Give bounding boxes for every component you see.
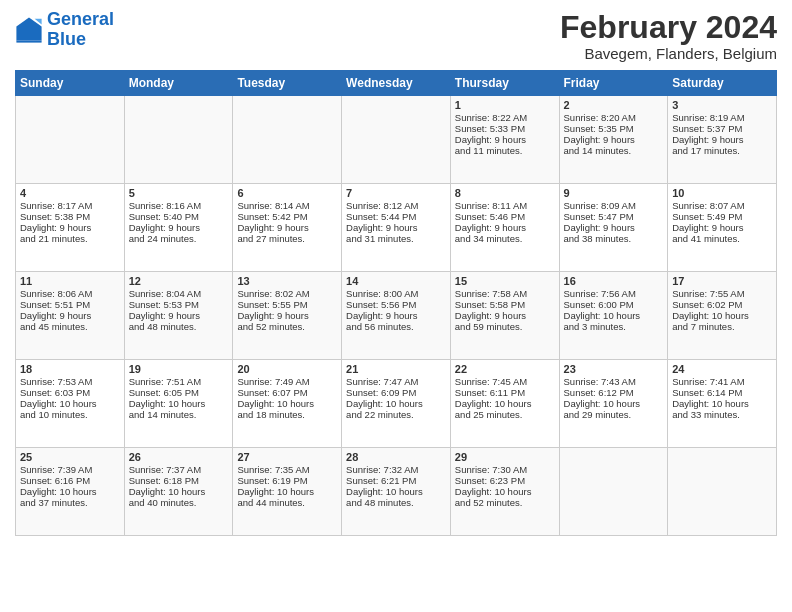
day-info: and 10 minutes. bbox=[20, 409, 120, 420]
day-info: Daylight: 9 hours bbox=[564, 222, 664, 233]
day-info: Daylight: 9 hours bbox=[672, 134, 772, 145]
day-info: Sunset: 6:00 PM bbox=[564, 299, 664, 310]
day-info: Sunrise: 7:47 AM bbox=[346, 376, 446, 387]
day-cell: 8Sunrise: 8:11 AMSunset: 5:46 PMDaylight… bbox=[450, 184, 559, 272]
day-cell: 27Sunrise: 7:35 AMSunset: 6:19 PMDayligh… bbox=[233, 448, 342, 536]
col-header-thursday: Thursday bbox=[450, 71, 559, 96]
day-info: Daylight: 10 hours bbox=[455, 398, 555, 409]
day-number: 25 bbox=[20, 451, 120, 463]
svg-rect-2 bbox=[16, 40, 41, 42]
day-info: and 27 minutes. bbox=[237, 233, 337, 244]
day-info: and 45 minutes. bbox=[20, 321, 120, 332]
day-info: Sunset: 5:55 PM bbox=[237, 299, 337, 310]
day-info: Sunrise: 8:02 AM bbox=[237, 288, 337, 299]
day-info: Sunrise: 8:19 AM bbox=[672, 112, 772, 123]
day-cell: 16Sunrise: 7:56 AMSunset: 6:00 PMDayligh… bbox=[559, 272, 668, 360]
day-info: and 17 minutes. bbox=[672, 145, 772, 156]
week-row-3: 11Sunrise: 8:06 AMSunset: 5:51 PMDayligh… bbox=[16, 272, 777, 360]
day-info: Sunrise: 8:22 AM bbox=[455, 112, 555, 123]
location: Bavegem, Flanders, Belgium bbox=[560, 45, 777, 62]
day-info: Sunrise: 8:04 AM bbox=[129, 288, 229, 299]
day-info: Sunrise: 8:09 AM bbox=[564, 200, 664, 211]
day-number: 1 bbox=[455, 99, 555, 111]
day-info: Daylight: 10 hours bbox=[564, 310, 664, 321]
day-info: Sunset: 6:21 PM bbox=[346, 475, 446, 486]
day-info: Sunset: 5:38 PM bbox=[20, 211, 120, 222]
day-number: 18 bbox=[20, 363, 120, 375]
day-info: and 21 minutes. bbox=[20, 233, 120, 244]
week-row-5: 25Sunrise: 7:39 AMSunset: 6:16 PMDayligh… bbox=[16, 448, 777, 536]
day-info: Sunset: 5:56 PM bbox=[346, 299, 446, 310]
day-info: and 40 minutes. bbox=[129, 497, 229, 508]
day-info: Sunset: 6:18 PM bbox=[129, 475, 229, 486]
col-header-sunday: Sunday bbox=[16, 71, 125, 96]
day-cell: 28Sunrise: 7:32 AMSunset: 6:21 PMDayligh… bbox=[342, 448, 451, 536]
day-info: and 11 minutes. bbox=[455, 145, 555, 156]
logo: General Blue bbox=[15, 10, 114, 50]
day-info: Sunset: 5:33 PM bbox=[455, 123, 555, 134]
day-number: 13 bbox=[237, 275, 337, 287]
day-info: and 34 minutes. bbox=[455, 233, 555, 244]
day-info: Sunrise: 7:32 AM bbox=[346, 464, 446, 475]
day-info: and 3 minutes. bbox=[564, 321, 664, 332]
day-number: 5 bbox=[129, 187, 229, 199]
day-info: Daylight: 9 hours bbox=[237, 222, 337, 233]
week-row-1: 1Sunrise: 8:22 AMSunset: 5:33 PMDaylight… bbox=[16, 96, 777, 184]
day-info: and 44 minutes. bbox=[237, 497, 337, 508]
day-number: 9 bbox=[564, 187, 664, 199]
title-area: February 2024 Bavegem, Flanders, Belgium bbox=[560, 10, 777, 62]
day-cell bbox=[16, 96, 125, 184]
day-info: Sunrise: 7:41 AM bbox=[672, 376, 772, 387]
day-info: Sunrise: 7:43 AM bbox=[564, 376, 664, 387]
day-number: 26 bbox=[129, 451, 229, 463]
day-info: Sunrise: 7:58 AM bbox=[455, 288, 555, 299]
day-cell: 7Sunrise: 8:12 AMSunset: 5:44 PMDaylight… bbox=[342, 184, 451, 272]
day-info: and 41 minutes. bbox=[672, 233, 772, 244]
day-info: Sunrise: 7:37 AM bbox=[129, 464, 229, 475]
day-number: 4 bbox=[20, 187, 120, 199]
day-cell: 14Sunrise: 8:00 AMSunset: 5:56 PMDayligh… bbox=[342, 272, 451, 360]
day-number: 12 bbox=[129, 275, 229, 287]
day-info: Daylight: 9 hours bbox=[455, 134, 555, 145]
day-cell: 5Sunrise: 8:16 AMSunset: 5:40 PMDaylight… bbox=[124, 184, 233, 272]
day-info: Daylight: 9 hours bbox=[672, 222, 772, 233]
day-info: Daylight: 9 hours bbox=[346, 222, 446, 233]
day-info: and 24 minutes. bbox=[129, 233, 229, 244]
day-info: Sunrise: 7:56 AM bbox=[564, 288, 664, 299]
calendar-table: SundayMondayTuesdayWednesdayThursdayFrid… bbox=[15, 70, 777, 536]
day-info: Sunset: 5:49 PM bbox=[672, 211, 772, 222]
day-info: Sunset: 6:11 PM bbox=[455, 387, 555, 398]
day-info: Sunrise: 8:06 AM bbox=[20, 288, 120, 299]
day-cell: 22Sunrise: 7:45 AMSunset: 6:11 PMDayligh… bbox=[450, 360, 559, 448]
day-number: 28 bbox=[346, 451, 446, 463]
day-cell: 3Sunrise: 8:19 AMSunset: 5:37 PMDaylight… bbox=[668, 96, 777, 184]
day-number: 21 bbox=[346, 363, 446, 375]
day-info: Daylight: 9 hours bbox=[237, 310, 337, 321]
day-info: Sunset: 5:58 PM bbox=[455, 299, 555, 310]
day-cell: 25Sunrise: 7:39 AMSunset: 6:16 PMDayligh… bbox=[16, 448, 125, 536]
day-cell: 19Sunrise: 7:51 AMSunset: 6:05 PMDayligh… bbox=[124, 360, 233, 448]
day-info: and 33 minutes. bbox=[672, 409, 772, 420]
day-info: and 25 minutes. bbox=[455, 409, 555, 420]
month-title: February 2024 bbox=[560, 10, 777, 45]
day-info: Sunset: 5:53 PM bbox=[129, 299, 229, 310]
day-info: Sunrise: 8:12 AM bbox=[346, 200, 446, 211]
day-info: Sunrise: 8:20 AM bbox=[564, 112, 664, 123]
day-info: Sunrise: 8:11 AM bbox=[455, 200, 555, 211]
day-info: Sunrise: 7:30 AM bbox=[455, 464, 555, 475]
day-info: and 59 minutes. bbox=[455, 321, 555, 332]
day-info: Daylight: 10 hours bbox=[346, 398, 446, 409]
day-info: Sunset: 6:02 PM bbox=[672, 299, 772, 310]
day-number: 22 bbox=[455, 363, 555, 375]
logo-blue: Blue bbox=[47, 29, 86, 49]
day-info: and 14 minutes. bbox=[129, 409, 229, 420]
day-cell: 6Sunrise: 8:14 AMSunset: 5:42 PMDaylight… bbox=[233, 184, 342, 272]
day-number: 27 bbox=[237, 451, 337, 463]
day-cell: 15Sunrise: 7:58 AMSunset: 5:58 PMDayligh… bbox=[450, 272, 559, 360]
day-info: Daylight: 9 hours bbox=[20, 310, 120, 321]
day-info: Daylight: 9 hours bbox=[20, 222, 120, 233]
day-cell bbox=[559, 448, 668, 536]
day-info: and 48 minutes. bbox=[346, 497, 446, 508]
day-cell: 21Sunrise: 7:47 AMSunset: 6:09 PMDayligh… bbox=[342, 360, 451, 448]
day-cell: 18Sunrise: 7:53 AMSunset: 6:03 PMDayligh… bbox=[16, 360, 125, 448]
